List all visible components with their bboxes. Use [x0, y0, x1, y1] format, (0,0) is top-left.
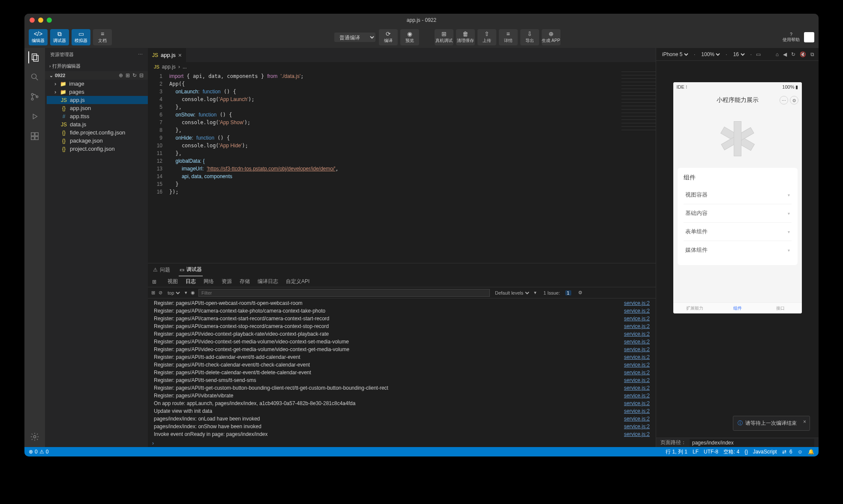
settings-icon[interactable] [29, 431, 41, 443]
help-button[interactable]: ?使用帮助 [783, 32, 800, 43]
file-fide-project-config-json[interactable]: {}fide.project.config.json [47, 128, 148, 137]
console-filter-input[interactable] [198, 289, 490, 297]
status-cursor[interactable]: 行 1, 列 1 [666, 448, 687, 456]
back-icon[interactable]: ◀ [783, 51, 787, 57]
component-item[interactable]: 媒体组件▾ [684, 241, 792, 259]
live-expr-icon[interactable]: ◉ [191, 290, 195, 295]
tab-app-js[interactable]: JS app.js × [148, 48, 186, 62]
log-source-link[interactable]: service.js:2 [624, 330, 650, 338]
status-eol[interactable]: LF [693, 449, 699, 455]
log-source-link[interactable]: service.js:2 [624, 307, 650, 315]
component-item[interactable]: 视图容器▾ [684, 186, 792, 204]
breadcrumb[interactable]: JS app.js › ... [148, 62, 656, 72]
file-image[interactable]: ›📁image [47, 80, 148, 88]
minimap[interactable] [621, 72, 656, 131]
compile-button[interactable]: ⟳编译 [379, 29, 398, 45]
subtab-日志[interactable]: 日志 [186, 278, 196, 285]
status-errors[interactable]: ⊗0⚠0 [29, 449, 48, 455]
phone-content[interactable]: 组件 视图容器▾基础内容▾表单组件▾媒体组件▾ [673, 109, 802, 302]
log-source-link[interactable]: service.js:2 [624, 376, 650, 384]
console-input[interactable]: › [148, 439, 656, 447]
simulator-tab-button[interactable]: ▭模拟器 [72, 29, 90, 45]
compile-mode-select[interactable]: 普通编译 [334, 33, 375, 42]
docs-tab-button[interactable]: ≡文档 [93, 29, 112, 45]
search-icon[interactable] [29, 71, 41, 83]
issues-count[interactable]: 1 [565, 290, 571, 295]
subtab-视图[interactable]: 视图 [168, 278, 178, 285]
zoom-select[interactable]: 100% [699, 51, 721, 58]
export-button[interactable]: ⇩导出 [520, 29, 539, 45]
status-indent[interactable]: 空格: 4 [723, 448, 739, 456]
status-feedback-icon[interactable]: ☺ [798, 449, 803, 455]
rotate-icon[interactable]: ▭ [756, 51, 761, 57]
open-editors-section[interactable]: ›打开的编辑器 [45, 61, 148, 71]
extensions-icon[interactable] [29, 130, 41, 142]
preview-button[interactable]: ◉预览 [400, 29, 419, 45]
close-window-icon[interactable] [30, 18, 35, 23]
build-app-button[interactable]: ⊕生成 APP [542, 29, 561, 45]
subtab-网络[interactable]: 网络 [204, 278, 214, 285]
log-source-link[interactable]: service.js:2 [624, 315, 650, 322]
debugger-tab-button[interactable]: ⧉调试器 [50, 29, 69, 45]
subtab-存储[interactable]: 存储 [240, 278, 250, 285]
page-path-input[interactable] [690, 439, 814, 447]
file-data-js[interactable]: JSdata.js [47, 120, 148, 128]
console-settings-icon[interactable]: ⚙ [578, 290, 582, 295]
phone-tab-1[interactable]: 组件 [716, 303, 759, 313]
clear-cache-button[interactable]: 🗑清理缓存 [456, 29, 475, 45]
code-content[interactable]: import { api, data, components } from '.… [169, 72, 656, 263]
context-select[interactable]: top [166, 290, 181, 296]
new-file-icon[interactable]: ⊕ [119, 72, 123, 78]
font-size-select[interactable]: 16 [732, 51, 746, 58]
subtab-资源[interactable]: 资源 [222, 278, 232, 285]
home-icon[interactable]: ⌂ [776, 51, 779, 57]
console-output[interactable]: Register: pages/API/tt-open-webcast-room… [148, 298, 656, 439]
log-source-link[interactable]: service.js:2 [624, 430, 650, 438]
subtab-自定义API[interactable]: 自定义API [286, 278, 309, 285]
more-icon[interactable]: ⋯ [138, 52, 143, 57]
code-editor[interactable]: 12345678910111213141516 import { api, da… [148, 72, 656, 263]
log-levels-select[interactable]: Default levels [493, 290, 531, 296]
log-source-link[interactable]: service.js:2 [624, 392, 650, 400]
source-control-icon[interactable] [29, 91, 41, 103]
maximize-window-icon[interactable] [47, 18, 52, 23]
menu-capsule-icon[interactable]: ⋯ [780, 96, 788, 104]
file-app-ttss[interactable]: #app.ttss [47, 112, 148, 120]
console-menu-icon[interactable]: ⊞ [151, 290, 155, 295]
log-source-link[interactable]: service.js:2 [624, 322, 650, 330]
file-project-config-json[interactable]: {}project.config.json [47, 145, 148, 153]
log-source-link[interactable]: service.js:2 [624, 407, 650, 415]
close-tab-icon[interactable]: × [178, 52, 182, 59]
file-package-json[interactable]: {}package.json [47, 137, 148, 145]
minimize-window-icon[interactable] [38, 18, 43, 23]
close-capsule-icon[interactable]: ⊙ [790, 96, 798, 104]
remote-debug-button[interactable]: ⊞真机调试 [435, 29, 453, 45]
problems-tab[interactable]: ⚠问题 [152, 264, 171, 276]
log-source-link[interactable]: service.js:2 [624, 353, 650, 361]
log-source-link[interactable]: service.js:2 [624, 299, 650, 307]
popout-icon[interactable]: ⧉ [810, 51, 814, 57]
close-toast-icon[interactable]: × [803, 419, 806, 425]
device-select[interactable]: iPhone 5 [660, 51, 690, 58]
status-ports[interactable]: ⇄ 6 [782, 449, 792, 455]
elements-icon[interactable]: ⊞ [152, 279, 156, 285]
file-app-json[interactable]: {}app.json [47, 104, 148, 112]
log-source-link[interactable]: service.js:2 [624, 423, 650, 430]
status-encoding[interactable]: UTF-8 [704, 449, 718, 455]
editor-tab-button[interactable]: </>编辑器 [29, 29, 48, 45]
collapse-icon[interactable]: ⊟ [139, 72, 144, 78]
details-button[interactable]: ≡详情 [499, 29, 518, 45]
phone-tab-2[interactable]: 接口 [759, 303, 802, 313]
log-source-link[interactable]: service.js:2 [624, 400, 650, 407]
explorer-icon[interactable] [28, 51, 40, 63]
new-folder-icon[interactable]: ⊞ [126, 72, 130, 78]
component-item[interactable]: 表单组件▾ [684, 222, 792, 241]
debugger-panel-tab[interactable]: ▭调试器 [179, 263, 203, 276]
log-source-link[interactable]: service.js:2 [624, 361, 650, 369]
log-source-link[interactable]: service.js:2 [624, 384, 650, 392]
workspace-root[interactable]: ⌄0922 ⊕ ⊞ ↻ ⊟ [45, 71, 148, 80]
component-item[interactable]: 基础内容▾ [684, 204, 792, 222]
status-language[interactable]: {} JavaScript [744, 449, 777, 455]
refresh-explorer-icon[interactable]: ↻ [132, 72, 137, 78]
log-source-link[interactable]: service.js:2 [624, 369, 650, 376]
